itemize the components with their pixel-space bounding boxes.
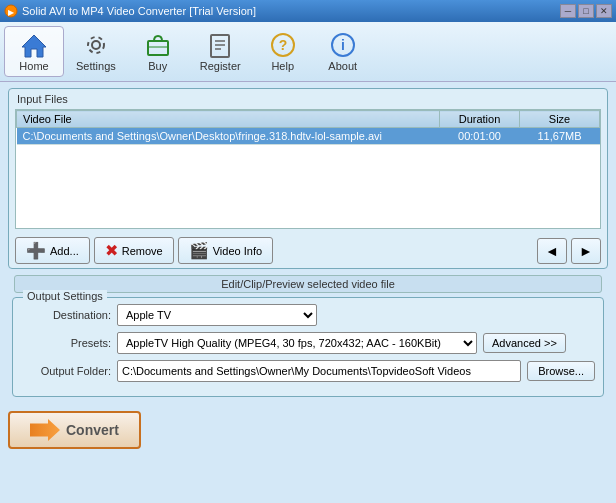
help-icon: ?	[269, 31, 297, 59]
video-info-icon: 🎬	[189, 241, 209, 260]
file-duration: 00:01:00	[440, 128, 520, 145]
input-files-section: Input Files Video File Duration Size C:\…	[8, 88, 608, 269]
add-label: Add...	[50, 245, 79, 257]
output-settings-section: Output Settings Destination: Apple TV iP…	[12, 297, 604, 397]
table-row[interactable]: C:\Documents and Settings\Owner\Desktop\…	[17, 128, 600, 145]
output-folder-label: Output Folder:	[21, 365, 111, 377]
prev-button[interactable]: ◄	[537, 238, 567, 264]
title-bar: ▶ Solid AVI to MP4 Video Converter [Tria…	[0, 0, 616, 22]
add-button[interactable]: ➕ Add...	[15, 237, 90, 264]
advanced-label: Advanced >>	[492, 337, 557, 349]
next-arrow-icon: ►	[579, 243, 593, 259]
convert-arrow-icon	[30, 419, 60, 441]
home-icon	[20, 31, 48, 59]
svg-text:i: i	[341, 37, 345, 53]
file-area: Video File Duration Size C:\Documents an…	[15, 109, 601, 229]
toolbar-settings[interactable]: Settings	[64, 27, 128, 76]
file-size: 11,67MB	[520, 128, 600, 145]
toolbar-register[interactable]: Register	[188, 27, 253, 76]
destination-row: Destination: Apple TV iPhone iPad Androi…	[21, 304, 595, 326]
file-buttons-row: ➕ Add... ✖ Remove 🎬 Video Info ◄ ►	[9, 233, 607, 268]
presets-select[interactable]: AppleTV High Quality (MPEG4, 30 fps, 720…	[117, 332, 477, 354]
next-button[interactable]: ►	[571, 238, 601, 264]
toolbar: Home Settings Buy	[0, 22, 616, 82]
toolbar-register-label: Register	[200, 60, 241, 72]
window-title: Solid AVI to MP4 Video Converter [Trial …	[22, 5, 256, 17]
destination-label: Destination:	[21, 309, 111, 321]
svg-point-4	[88, 37, 104, 53]
output-folder-row: Output Folder: Browse...	[21, 360, 595, 382]
svg-text:?: ?	[278, 37, 287, 53]
toolbar-settings-label: Settings	[76, 60, 116, 72]
app-icon: ▶	[4, 4, 18, 18]
video-info-label: Video Info	[213, 245, 262, 257]
about-icon: i	[329, 31, 357, 59]
svg-point-3	[92, 41, 100, 49]
presets-label: Presets:	[21, 337, 111, 349]
minimize-button[interactable]: ─	[560, 4, 576, 18]
maximize-button[interactable]: □	[578, 4, 594, 18]
input-files-title: Input Files	[17, 89, 607, 105]
svg-rect-5	[148, 41, 168, 55]
add-icon: ➕	[26, 241, 46, 260]
toolbar-buy[interactable]: Buy	[128, 27, 188, 76]
clip-info-text: Edit/Clip/Preview selected video file	[221, 278, 395, 290]
video-info-button[interactable]: 🎬 Video Info	[178, 237, 273, 264]
register-icon	[206, 31, 234, 59]
toolbar-help[interactable]: ? Help	[253, 27, 313, 76]
convert-button[interactable]: Convert	[8, 411, 141, 449]
output-folder-input[interactable]	[117, 360, 521, 382]
prev-arrow-icon: ◄	[545, 243, 559, 259]
main-content: Input Files Video File Duration Size C:\…	[0, 82, 616, 403]
toolbar-about-label: About	[328, 60, 357, 72]
destination-select[interactable]: Apple TV iPhone iPad Android Custom	[117, 304, 317, 326]
remove-button[interactable]: ✖ Remove	[94, 237, 174, 264]
browse-label: Browse...	[538, 365, 584, 377]
svg-text:▶: ▶	[8, 8, 15, 17]
close-button[interactable]: ✕	[596, 4, 612, 18]
col-header-size: Size	[520, 111, 600, 128]
svg-marker-2	[22, 35, 46, 57]
toolbar-buy-label: Buy	[148, 60, 167, 72]
toolbar-help-label: Help	[271, 60, 294, 72]
svg-rect-7	[211, 35, 229, 57]
presets-row: Presets: AppleTV High Quality (MPEG4, 30…	[21, 332, 595, 354]
col-header-duration: Duration	[440, 111, 520, 128]
output-settings-title: Output Settings	[23, 290, 107, 302]
file-table: Video File Duration Size C:\Documents an…	[16, 110, 600, 145]
browse-button[interactable]: Browse...	[527, 361, 595, 381]
file-path: C:\Documents and Settings\Owner\Desktop\…	[17, 128, 440, 145]
settings-icon	[82, 31, 110, 59]
toolbar-home[interactable]: Home	[4, 26, 64, 77]
convert-section: Convert	[0, 403, 616, 453]
remove-icon: ✖	[105, 241, 118, 260]
toolbar-about[interactable]: i About	[313, 27, 373, 76]
advanced-button[interactable]: Advanced >>	[483, 333, 566, 353]
title-bar-left: ▶ Solid AVI to MP4 Video Converter [Tria…	[4, 4, 256, 18]
title-controls[interactable]: ─ □ ✕	[560, 4, 612, 18]
convert-label: Convert	[66, 422, 119, 438]
col-header-file: Video File	[17, 111, 440, 128]
buy-icon	[144, 31, 172, 59]
remove-label: Remove	[122, 245, 163, 257]
toolbar-home-label: Home	[19, 60, 48, 72]
